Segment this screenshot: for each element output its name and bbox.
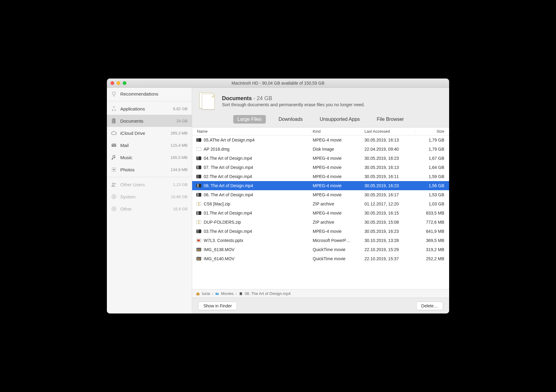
sidebar-item-size: 265,3 MB bbox=[171, 131, 188, 135]
close-icon[interactable] bbox=[111, 81, 114, 85]
chevron-right-icon: › bbox=[235, 291, 237, 296]
file-type-icon bbox=[196, 184, 201, 187]
minimize-icon[interactable] bbox=[117, 81, 120, 85]
sidebar-item-applications[interactable]: Applications6,82 GB bbox=[107, 103, 192, 115]
sidebar-item-label: Applications bbox=[120, 106, 170, 111]
system-icon bbox=[111, 193, 117, 200]
file-name: 05.AThe Art of Design.mp4 bbox=[196, 138, 311, 142]
table-row[interactable]: 01.The Art of Design.mp4MPEG-4 movie30.0… bbox=[192, 208, 449, 218]
delete-button[interactable]: Delete… bbox=[416, 302, 443, 310]
tab-large-files[interactable]: Large Files bbox=[233, 115, 266, 124]
path-item[interactable]: 08. The Art of Design.mp4 bbox=[239, 291, 291, 296]
docs-icon bbox=[111, 117, 117, 124]
table-row[interactable]: 06. The Art of Design.mp4MPEG-4 movie30.… bbox=[192, 190, 449, 199]
file-name: 07. The Art of Design.mp4 bbox=[196, 165, 311, 170]
table-row[interactable]: IMG_6140.MOVQuickTime movie22.10.2019, 1… bbox=[192, 254, 449, 263]
table-row[interactable]: 05.AThe Art of Design.mp4MPEG-4 movie30.… bbox=[192, 135, 449, 145]
file-size: 1,59 GB bbox=[415, 174, 445, 179]
column-size[interactable]: Size bbox=[415, 129, 445, 134]
header-text: Documents - 24 GB Sort through documents… bbox=[222, 95, 365, 107]
table-row[interactable]: CS6 [Mac].zipZIP archive01.12.2017, 12:2… bbox=[192, 199, 449, 208]
file-size: 1,79 GB bbox=[415, 138, 445, 142]
tab-downloads[interactable]: Downloads bbox=[274, 115, 307, 124]
sidebar-item-other: Other16,9 GB bbox=[107, 203, 192, 215]
column-name[interactable]: Name bbox=[196, 129, 311, 134]
path-bar[interactable]: lucia›Movies›08. The Art of Design.mp4 bbox=[192, 289, 449, 298]
header-description: Sort through documents and permanently e… bbox=[222, 102, 365, 107]
file-accessed: 30.10.2019, 13:28 bbox=[363, 238, 415, 243]
path-item[interactable]: lucia bbox=[196, 291, 210, 296]
show-in-finder-button[interactable]: Show in Finder bbox=[198, 302, 237, 310]
sidebar-item-mail[interactable]: Mail115,4 MB bbox=[107, 139, 192, 151]
file-type-icon bbox=[196, 239, 201, 242]
sidebar-item-label: Mail bbox=[120, 143, 167, 148]
folder-icon bbox=[215, 292, 219, 296]
sidebar-recommendations[interactable]: Recommendations bbox=[107, 88, 192, 100]
tab-unsupported-apps[interactable]: Unsupported Apps bbox=[315, 115, 364, 124]
path-label: lucia bbox=[202, 291, 210, 296]
svg-point-2 bbox=[113, 169, 115, 170]
titlebar[interactable]: Macintosh HD - 90,04 GB available of 150… bbox=[107, 79, 449, 88]
file-kind: MPEG-4 movie bbox=[311, 183, 363, 188]
sidebar-item-music[interactable]: Music185,5 MB bbox=[107, 151, 192, 163]
file-kind: ZIP archive bbox=[311, 201, 363, 206]
tab-bar: Large FilesDownloadsUnsupported AppsFile… bbox=[192, 112, 449, 127]
sidebar-item-size: 185,5 MB bbox=[171, 155, 188, 160]
file-kind: QuickTime movie bbox=[311, 247, 363, 252]
file-size: 1,64 GB bbox=[415, 165, 445, 170]
column-accessed[interactable]: Last Accessed bbox=[363, 129, 415, 134]
file-accessed: 30.05.2019, 16:13 bbox=[363, 138, 415, 142]
sidebar-item-label: Music bbox=[120, 155, 167, 160]
table-row[interactable]: 07. The Art of Design.mp4MPEG-4 movie30.… bbox=[192, 163, 449, 172]
header-size: 24 GB bbox=[257, 95, 272, 101]
file-type-icon bbox=[196, 229, 201, 233]
path-item[interactable]: Movies bbox=[215, 291, 234, 296]
file-size: 833,5 MB bbox=[415, 211, 445, 215]
table-header[interactable]: Name Kind Last Accessed Size bbox=[192, 128, 449, 135]
column-kind[interactable]: Kind bbox=[311, 129, 363, 134]
table-row[interactable]: 02.The Art of Design.mp4MPEG-4 movie30.0… bbox=[192, 172, 449, 181]
file-name: CS6 [Mac].zip bbox=[196, 201, 311, 206]
table-row[interactable]: IMG_6138.MOVQuickTime movie22.10.2019, 1… bbox=[192, 245, 449, 254]
table-row[interactable]: 03.The Art of Design.mp4MPEG-4 movie30.0… bbox=[192, 227, 449, 236]
maximize-icon[interactable] bbox=[123, 81, 126, 85]
table-row[interactable]: W7L3. Contests.pptxMicrosoft PowerP…30.1… bbox=[192, 236, 449, 245]
table-row[interactable]: AP 2018.dmgDisk Image22.04.2019, 09:401,… bbox=[192, 145, 449, 154]
file-type-icon bbox=[196, 202, 201, 206]
sidebar-item-photos[interactable]: Photos134,9 MB bbox=[107, 163, 192, 176]
sidebar-item-size: 10,86 GB bbox=[171, 194, 188, 199]
chevron-right-icon: › bbox=[212, 291, 213, 296]
file-accessed: 22.10.2019, 15:29 bbox=[363, 247, 415, 252]
music-icon bbox=[111, 154, 117, 161]
mail-icon bbox=[111, 142, 117, 149]
sidebar: Recommendations Applications6,82 GBDocum… bbox=[107, 88, 192, 313]
file-kind: MPEG-4 movie bbox=[311, 229, 363, 234]
table-row[interactable]: DUP-FOLDERS.zipZIP archive30.05.2019, 15… bbox=[192, 218, 449, 227]
file-accessed: 01.12.2017, 12:20 bbox=[363, 201, 415, 206]
sidebar-item-icloud-drive[interactable]: iCloud Drive265,3 MB bbox=[107, 127, 192, 139]
sidebar-item-size: 134,9 MB bbox=[171, 167, 188, 172]
file-kind: Microsoft PowerP… bbox=[311, 238, 363, 243]
file-accessed: 30.05.2019, 15:08 bbox=[363, 220, 415, 225]
file-size: 1,79 GB bbox=[415, 147, 445, 152]
main-panel: Documents - 24 GB Sort through documents… bbox=[192, 88, 449, 313]
file-accessed: 30.05.2019, 16:11 bbox=[363, 174, 415, 179]
file-table: Name Kind Last Accessed Size 05.AThe Art… bbox=[192, 127, 449, 289]
sidebar-item-size: 1,13 GB bbox=[173, 182, 188, 187]
table-body[interactable]: 05.AThe Art of Design.mp4MPEG-4 movie30.… bbox=[192, 135, 449, 289]
sidebar-item-label: Documents bbox=[120, 118, 173, 124]
lightbulb-icon bbox=[111, 90, 117, 97]
table-row[interactable]: 04.The Art of Design.mp4MPEG-4 movie30.0… bbox=[192, 154, 449, 163]
file-type-icon bbox=[196, 138, 201, 142]
documents-icon bbox=[199, 93, 216, 110]
tab-file-browser[interactable]: File Browser bbox=[373, 115, 408, 124]
table-row[interactable]: 08. The Art of Design.mp4MPEG-4 movie30.… bbox=[192, 181, 449, 190]
file-size: 319,2 MB bbox=[415, 247, 445, 252]
file-kind: ZIP archive bbox=[311, 220, 363, 225]
file-type-icon bbox=[196, 166, 201, 169]
svg-point-7 bbox=[112, 207, 116, 211]
sidebar-item-documents[interactable]: Documents24 GB bbox=[107, 115, 192, 127]
sidebar-divider bbox=[107, 177, 192, 177]
window-title: Macintosh HD - 90,04 GB available of 150… bbox=[107, 81, 449, 86]
svg-point-4 bbox=[114, 183, 116, 184]
